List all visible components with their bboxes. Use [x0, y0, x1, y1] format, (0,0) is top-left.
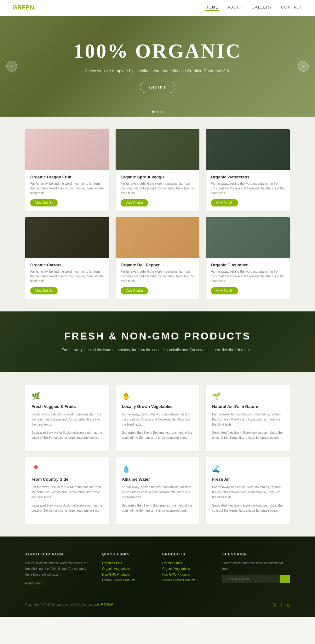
product-info-2: Organic Sprout Veggie Far far away, behi…	[116, 170, 200, 211]
footer-about-col: ABOUT OUR FARM Far far away, behind the …	[25, 552, 93, 586]
twitter-icon[interactable]: 𝕏	[273, 602, 276, 607]
footer-subscribe-col: SUBSCRIBE Far far away behind the word m…	[222, 552, 290, 586]
features-section: 🌿 Fresh Veggies & Fruits Far far away, b…	[0, 372, 315, 537]
hero-headline: 100% ORGANIC	[73, 39, 241, 63]
banner-desc: Far far away, behind the word mountains,…	[13, 347, 302, 353]
feature-card-4: 📍 From Country Side Far far away, behind…	[25, 457, 109, 524]
product-img-5	[116, 217, 200, 258]
view-details-btn-4[interactable]: View Details	[30, 287, 58, 294]
hero-section: ‹ 100% ORGANIC A new website template by…	[0, 16, 315, 117]
feature-desc1-5: Far far away, behind the word mountains,…	[122, 485, 193, 500]
product-name-6: Organic Cucumber	[211, 263, 285, 267]
banner-section: FRESH & NON-GMO PRODUCTS Far far away, b…	[0, 311, 315, 372]
feature-card-3: 🌱 Natural As It's In Nature Far far away…	[206, 385, 290, 451]
footer-read-more-link[interactable]: Read more...	[25, 581, 93, 586]
nav-home[interactable]: HOME	[205, 5, 219, 11]
footer-product-link-4[interactable]: Locally Grown Products	[162, 577, 213, 583]
product-name-3: Organic Watercress	[211, 175, 285, 179]
feature-card-1: 🌿 Fresh Veggies & Fruits Far far away, b…	[25, 385, 109, 451]
product-desc-3: Far far away, behind the word mountains,…	[211, 181, 285, 195]
main-nav: HOME ABOUT GALLERY CONTACT	[205, 5, 302, 11]
footer-about-desc: Far far away, behind the word mountains,…	[25, 560, 93, 577]
nav-contact[interactable]: CONTACT	[281, 5, 302, 11]
view-details-btn-6[interactable]: View Details	[211, 287, 238, 294]
view-details-btn-5[interactable]: View Details	[121, 287, 148, 294]
feature-card-5: 💧 Alkaline Water Far far away, behind th…	[116, 457, 200, 524]
feature-desc2-1: Separated they live in Bookmarksgrove ri…	[32, 430, 103, 440]
product-desc-4: Far far away, behind the word mountains,…	[30, 269, 104, 283]
product-card-4: Organic Carrots Far far away, behind the…	[25, 217, 109, 299]
footer-product-link-2[interactable]: Organic Vegetables	[162, 566, 213, 572]
footer-quick-links-title: QUICK LINKS	[102, 552, 153, 556]
features-grid: 🌿 Fresh Veggies & Fruits Far far away, b…	[25, 385, 290, 524]
product-info-4: Organic Carrots Far far away, behind the…	[25, 258, 109, 299]
footer-quick-link-3[interactable]: Non-GMO Products	[102, 572, 153, 577]
product-name-4: Organic Carrots	[30, 263, 104, 267]
footer-credit-link[interactable]: 网页模板	[100, 603, 113, 606]
product-info-6: Organic Cucumber Far far away, behind th…	[206, 258, 290, 299]
hero-dots	[152, 111, 163, 113]
footer-quick-link-2[interactable]: Organic Vegetables	[102, 566, 153, 572]
facebook-icon[interactable]: f	[281, 602, 282, 607]
footer-email-row: →	[222, 575, 290, 583]
footer-quick-links-col: QUICK LINKS Organic Fruits Organic Veget…	[102, 552, 153, 586]
product-img-6	[206, 217, 290, 258]
hero-dot-2[interactable]	[157, 111, 159, 113]
product-card-2: Organic Sprout Veggie Far far away, behi…	[116, 129, 200, 211]
footer-email-input[interactable]	[222, 575, 280, 583]
nav-about[interactable]: ABOUT	[227, 5, 243, 11]
hero-next-arrow[interactable]: ›	[298, 61, 309, 72]
feature-desc1-4: Far far away, behind the word mountains,…	[32, 485, 103, 500]
feature-title-6: Fresh Air	[212, 477, 284, 482]
feature-title-2: Locally Grown Vegetables	[122, 404, 193, 409]
hero-prev-arrow[interactable]: ‹	[6, 61, 17, 72]
fresh-air-icon: 🌊	[212, 465, 284, 473]
view-details-btn-1[interactable]: View Details	[30, 199, 58, 206]
instagram-icon[interactable]: ◇	[286, 602, 290, 607]
banner-title: FRESH & NON-GMO PRODUCTS	[13, 330, 302, 342]
product-name-5: Organic Bell Pepper	[121, 263, 195, 267]
products-grid: Organic Dragon Fruit Far far away, behin…	[25, 129, 290, 299]
product-img-4	[25, 217, 109, 258]
footer-about-title: ABOUT OUR FARM	[25, 552, 93, 556]
product-info-5: Organic Bell Pepper Far far away, behind…	[116, 258, 200, 299]
footer-product-link-1[interactable]: Organic Fruits	[162, 560, 213, 566]
product-desc-6: Far far away, behind the word mountains,…	[211, 269, 285, 283]
view-details-btn-3[interactable]: View Details	[211, 199, 238, 206]
nav-gallery[interactable]: GALLERY	[252, 5, 272, 11]
product-info-1: Organic Dragon Fruit Far far away, behin…	[25, 170, 109, 211]
view-details-btn-2[interactable]: View Details	[121, 199, 148, 206]
footer-product-link-3[interactable]: Non-GMO Products	[162, 572, 213, 577]
product-name-2: Organic Sprout Veggie	[121, 175, 195, 179]
footer-bottom: Copyright © 2018 Company name All rights…	[25, 596, 290, 607]
footer-quick-link-1[interactable]: Organic Fruits	[102, 560, 153, 566]
feature-title-5: Alkaline Water	[122, 477, 193, 482]
country-side-icon: 📍	[32, 465, 103, 473]
footer: ABOUT OUR FARM Far far away, behind the …	[0, 537, 315, 617]
footer-subscribe-button[interactable]: →	[280, 575, 290, 583]
feature-desc2-3: Separated they live in Bookmarksgrove ri…	[212, 430, 284, 440]
feature-card-2: ✋ Locally Grown Vegetables Far far away,…	[116, 385, 200, 451]
product-desc-5: Far far away, behind the word mountains,…	[121, 269, 195, 283]
hero-dot-3[interactable]	[161, 111, 163, 113]
feature-desc2-2: Separated they live in Bookmarksgrove ri…	[122, 430, 193, 440]
product-name-1: Organic Dragon Fruit	[30, 175, 104, 179]
footer-subscribe-desc: Far far away behind the word mountains f…	[222, 560, 290, 572]
feature-card-6: 🌊 Fresh Air Far far away, behind the wor…	[206, 457, 290, 524]
footer-products-col: PRODUCTS Organic Fruits Organic Vegetabl…	[162, 552, 213, 586]
hero-dot-1[interactable]	[152, 111, 155, 113]
feature-desc2-4: Separated they live in Bookmarksgrove ri…	[32, 503, 103, 513]
alkaline-water-icon: 💧	[122, 465, 193, 473]
feature-desc1-3: Far far away, behind the word mountains,…	[212, 412, 284, 427]
footer-social: 𝕏 f ◇	[273, 602, 290, 607]
product-desc-2: Far far away, behind the word mountains,…	[121, 181, 195, 195]
feature-desc1-1: Far far away, behind the word mountains,…	[32, 412, 103, 427]
product-card-6: Organic Cucumber Far far away, behind th…	[206, 217, 290, 299]
footer-products-title: PRODUCTS	[162, 552, 213, 556]
footer-quick-link-4[interactable]: Locally Grown Products	[102, 577, 153, 583]
feature-title-4: From Country Side	[32, 477, 103, 482]
feature-desc2-5: Separated they live in Bookmarksgrove ri…	[122, 503, 193, 513]
feature-desc2-6: Separated they live in Bookmarksgrove ri…	[212, 503, 284, 513]
hero-cta-button[interactable]: Get This	[140, 82, 175, 93]
fresh-veggies-icon: 🌿	[32, 392, 103, 400]
